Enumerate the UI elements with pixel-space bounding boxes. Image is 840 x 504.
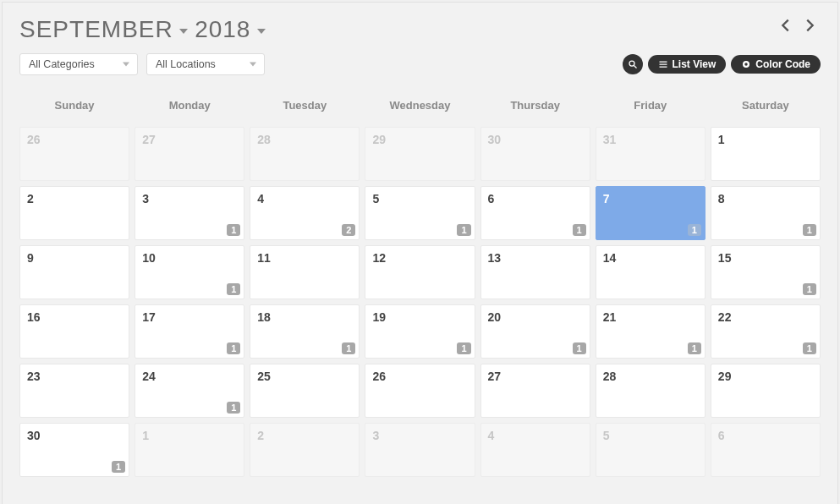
- day-cell[interactable]: 30: [480, 127, 590, 181]
- search-button[interactable]: [623, 54, 643, 74]
- day-cell[interactable]: 4: [480, 423, 590, 477]
- day-cell[interactable]: 221: [711, 304, 821, 359]
- event-count-badge: 1: [688, 224, 701, 236]
- event-count-badge: 1: [227, 224, 240, 236]
- day-number: 30: [27, 429, 122, 442]
- day-cell[interactable]: 9: [19, 245, 129, 299]
- day-number: 2: [27, 192, 122, 205]
- day-cell[interactable]: 71: [596, 186, 705, 240]
- day-cell[interactable]: 2: [250, 423, 360, 477]
- day-cell[interactable]: 42: [250, 186, 360, 240]
- day-cell[interactable]: 27: [135, 127, 244, 181]
- day-cell[interactable]: 28: [250, 127, 360, 181]
- day-number: 28: [257, 133, 352, 146]
- day-cell[interactable]: 25: [250, 364, 360, 418]
- day-number: 26: [27, 133, 122, 146]
- day-cell[interactable]: 12: [365, 245, 475, 299]
- location-select-label: All Locations: [156, 58, 216, 70]
- event-count-badge: 1: [803, 224, 816, 236]
- svg-rect-4: [659, 67, 667, 68]
- day-cell[interactable]: 28: [596, 364, 705, 418]
- day-cell[interactable]: 27: [480, 364, 590, 418]
- day-number: 27: [142, 133, 237, 146]
- day-number: 1: [718, 133, 813, 146]
- day-number: 29: [372, 133, 467, 146]
- day-cell[interactable]: 23: [19, 364, 129, 418]
- weeks: 2627282930311231425161718191011112131415…: [19, 127, 821, 477]
- day-number: 29: [718, 370, 813, 383]
- day-number: 4: [488, 429, 583, 442]
- day-cell[interactable]: 14: [596, 245, 705, 299]
- day-number: 2: [257, 429, 352, 442]
- day-cell[interactable]: 201: [480, 304, 590, 359]
- day-cell[interactable]: 29: [365, 127, 475, 181]
- day-cell[interactable]: 51: [365, 186, 475, 240]
- day-number: 22: [718, 310, 813, 324]
- calendar-header: September 2018: [19, 16, 821, 43]
- day-number: 18: [257, 310, 352, 324]
- day-cell[interactable]: 16: [19, 304, 129, 359]
- year-selector[interactable]: 2018: [195, 16, 266, 43]
- day-number: 8: [718, 192, 813, 205]
- event-count-badge: 1: [803, 342, 816, 354]
- day-cell[interactable]: 181: [250, 304, 360, 359]
- day-cell[interactable]: 101: [135, 245, 244, 299]
- day-number: 14: [603, 251, 698, 265]
- day-cell[interactable]: 26: [365, 364, 475, 418]
- day-number: 17: [142, 310, 237, 324]
- dayname-row: SundayMondayTuesdayWednesdayThursdayFrid…: [19, 90, 821, 122]
- day-number: 4: [257, 192, 352, 205]
- color-code-button[interactable]: Color Code: [731, 55, 821, 74]
- day-cell[interactable]: 151: [711, 245, 821, 299]
- day-cell[interactable]: 3: [365, 423, 475, 477]
- day-cell[interactable]: 31: [135, 186, 244, 240]
- day-number: 15: [718, 251, 813, 265]
- week-row: 2314251617181: [19, 186, 821, 240]
- day-cell[interactable]: 171: [135, 304, 244, 359]
- gear-icon: [741, 59, 751, 69]
- prev-month-button[interactable]: [775, 16, 797, 38]
- day-cell[interactable]: 5: [596, 423, 705, 477]
- day-cell[interactable]: 31: [596, 127, 705, 181]
- caret-down-icon: [179, 29, 188, 34]
- location-select[interactable]: All Locations: [146, 53, 265, 75]
- list-view-label: List View: [673, 58, 716, 70]
- svg-rect-2: [659, 62, 667, 63]
- list-view-button[interactable]: List View: [648, 55, 727, 74]
- day-number: 30: [488, 133, 583, 146]
- dayname: Sunday: [19, 90, 129, 122]
- day-cell[interactable]: 191: [365, 304, 475, 359]
- day-cell[interactable]: 29: [711, 364, 821, 418]
- category-select[interactable]: All Categories: [19, 53, 138, 75]
- day-cell[interactable]: 301: [19, 423, 129, 477]
- day-cell[interactable]: 2: [19, 186, 129, 240]
- day-cell[interactable]: 26: [19, 127, 129, 181]
- calendar: September 2018 All Categories All Locati…: [2, 2, 838, 504]
- week-row: 16171181191201211221: [19, 304, 821, 359]
- week-row: 232412526272829: [19, 364, 821, 418]
- day-cell[interactable]: 13: [480, 245, 590, 299]
- day-cell[interactable]: 1: [135, 423, 244, 477]
- day-cell[interactable]: 241: [135, 364, 244, 418]
- event-count-badge: 1: [227, 283, 240, 295]
- day-cell[interactable]: 211: [596, 304, 705, 359]
- day-number: 12: [372, 251, 467, 265]
- dayname: Wednesday: [365, 90, 475, 122]
- action-pills: List View Color Code: [623, 54, 821, 74]
- month-nav: [775, 16, 821, 38]
- day-number: 11: [257, 251, 352, 265]
- day-number: 24: [142, 370, 237, 383]
- day-cell[interactable]: 81: [711, 186, 821, 240]
- day-cell[interactable]: 6: [711, 423, 821, 477]
- day-number: 19: [372, 310, 467, 324]
- month-selector[interactable]: September: [19, 16, 188, 43]
- day-number: 27: [488, 370, 583, 383]
- day-cell[interactable]: 1: [711, 127, 821, 181]
- day-cell[interactable]: 61: [480, 186, 590, 240]
- next-month-button[interactable]: [799, 16, 821, 38]
- event-count-badge: 1: [112, 461, 125, 473]
- svg-line-1: [634, 66, 636, 68]
- day-cell[interactable]: 11: [250, 245, 360, 299]
- svg-point-6: [745, 63, 749, 66]
- week-row: 301123456: [19, 423, 821, 477]
